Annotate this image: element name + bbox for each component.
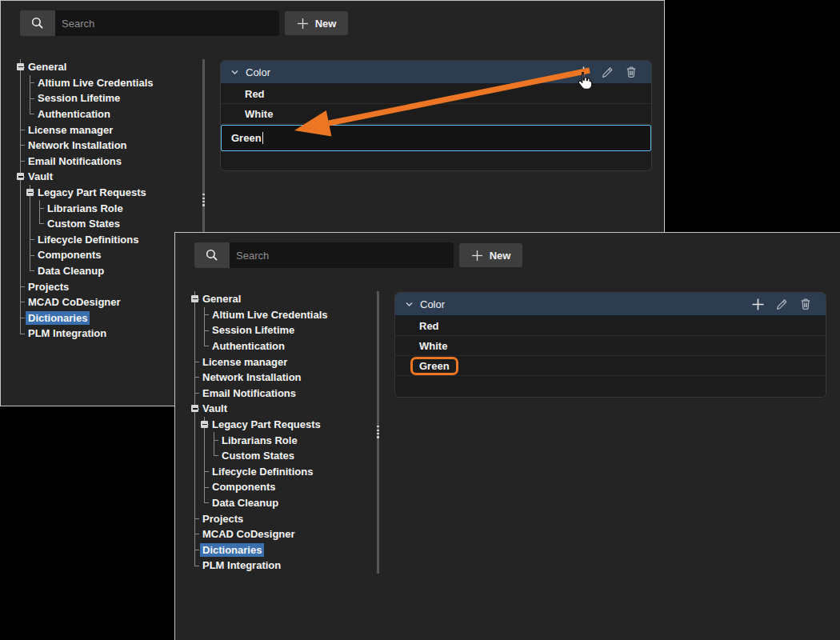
tree-guide bbox=[190, 386, 199, 402]
plus-icon bbox=[577, 66, 590, 79]
delete-entry-button[interactable] bbox=[619, 66, 643, 78]
tree-item-network-installation[interactable]: Network Installation bbox=[15, 138, 201, 154]
tree-item-projects[interactable]: Projects bbox=[15, 278, 201, 294]
collapse-expander-icon[interactable] bbox=[191, 405, 198, 412]
tree-item-lifecycle-definitions[interactable]: Lifecycle Definitions bbox=[190, 464, 375, 480]
search-input[interactable] bbox=[55, 10, 279, 36]
tree-item-plm-integration[interactable]: PLM Integration bbox=[190, 558, 375, 574]
tree-item-network-installation[interactable]: Network Installation bbox=[190, 370, 375, 386]
tree-item-data-cleanup[interactable]: Data Cleanup bbox=[190, 495, 375, 511]
tree-guide bbox=[15, 200, 25, 216]
tree-guide bbox=[15, 106, 25, 122]
search-icon bbox=[30, 16, 45, 30]
tree-item-general[interactable]: General bbox=[190, 291, 375, 307]
tree-guide bbox=[25, 106, 34, 122]
entry-label: White bbox=[245, 108, 273, 120]
tree-item-label: Dictionaries bbox=[200, 543, 264, 557]
add-entry-button[interactable] bbox=[746, 298, 770, 311]
tree-guide bbox=[199, 307, 209, 323]
dictionary-entry-row[interactable]: White bbox=[221, 104, 651, 124]
search-button[interactable] bbox=[194, 242, 230, 268]
tree-item-dictionaries[interactable]: Dictionaries bbox=[190, 542, 375, 558]
collapse-expander-icon[interactable] bbox=[17, 173, 24, 180]
tree-item-data-cleanup[interactable]: Data Cleanup bbox=[15, 263, 201, 279]
new-entry-input[interactable]: Green bbox=[221, 125, 651, 151]
new-entry-value: Green bbox=[231, 132, 262, 144]
tree-item-session-lifetime[interactable]: Session Lifetime bbox=[15, 90, 201, 106]
plus-icon bbox=[297, 18, 309, 30]
search-button[interactable] bbox=[20, 10, 55, 36]
collapse-expander-icon[interactable] bbox=[191, 295, 198, 302]
tree-guide bbox=[15, 122, 25, 138]
add-entry-button[interactable] bbox=[571, 66, 595, 79]
edit-entry-button[interactable] bbox=[770, 298, 794, 310]
edit-entry-button[interactable] bbox=[595, 66, 619, 78]
dictionary-entry-row[interactable]: Red bbox=[221, 84, 651, 104]
tree-item-mcad-codesigner[interactable]: MCAD CoDesigner bbox=[190, 526, 375, 542]
tree-guide bbox=[190, 291, 199, 307]
tree-panel-splitter[interactable] bbox=[377, 291, 379, 574]
tree-item-label: License manager bbox=[202, 356, 287, 368]
tree-item-custom-states[interactable]: Custom States bbox=[15, 216, 201, 232]
tree-guide bbox=[190, 322, 199, 338]
tree-guide bbox=[190, 558, 199, 574]
tree-item-dictionaries[interactable]: Dictionaries bbox=[15, 310, 201, 326]
tree-item-legacy-part-requests[interactable]: Legacy Part Requests bbox=[190, 417, 375, 433]
tree-guide bbox=[190, 401, 199, 417]
new-button[interactable]: New bbox=[459, 243, 522, 267]
tree-item-projects[interactable]: Projects bbox=[190, 510, 375, 526]
tree-guide bbox=[15, 90, 25, 106]
search-bar bbox=[20, 10, 279, 36]
tree-item-label: Altium Live Credentials bbox=[212, 309, 327, 321]
splitter-grip-icon bbox=[202, 194, 205, 208]
collapse-expander-icon[interactable] bbox=[17, 63, 24, 70]
tree-item-email-notifications[interactable]: Email Notifications bbox=[190, 386, 375, 402]
tree-item-librarians-role[interactable]: Librarians Role bbox=[15, 200, 201, 216]
new-button[interactable]: New bbox=[285, 11, 348, 35]
tree-item-label: Session Lifetime bbox=[212, 324, 294, 336]
tree-item-general[interactable]: General bbox=[15, 59, 201, 75]
tree-item-vault[interactable]: Vault bbox=[190, 401, 375, 417]
collapse-expander-icon[interactable] bbox=[201, 421, 208, 428]
tree-item-label: Network Installation bbox=[28, 139, 127, 151]
admin-window-front: New GeneralAltium Live CredentialsSessio… bbox=[174, 232, 840, 640]
entry-label: Red bbox=[245, 88, 265, 100]
tree-item-mcad-codesigner[interactable]: MCAD CoDesigner bbox=[15, 294, 201, 310]
dictionary-entry-row[interactable]: Red bbox=[395, 316, 826, 336]
tree-guide bbox=[25, 216, 34, 232]
tree-guide bbox=[190, 417, 199, 433]
tree-item-authentication[interactable]: Authentication bbox=[15, 106, 201, 122]
tree-item-librarians-role[interactable]: Librarians Role bbox=[190, 432, 375, 448]
dictionary-entry-row[interactable]: White bbox=[395, 336, 826, 356]
tree-item-components[interactable]: Components bbox=[15, 247, 201, 263]
tree-item-altium-live-credentials[interactable]: Altium Live Credentials bbox=[15, 75, 201, 91]
dictionary-panel-header[interactable]: Color bbox=[221, 61, 651, 84]
tree-item-label: Librarians Role bbox=[222, 434, 298, 446]
delete-entry-button[interactable] bbox=[794, 298, 818, 310]
tree-item-lifecycle-definitions[interactable]: Lifecycle Definitions bbox=[15, 232, 201, 248]
tree-item-label: PLM Integration bbox=[202, 559, 281, 571]
chevron-down-icon[interactable] bbox=[231, 70, 238, 75]
tree-item-components[interactable]: Components bbox=[190, 479, 375, 495]
tree-item-vault[interactable]: Vault bbox=[15, 169, 201, 185]
collapse-expander-icon[interactable] bbox=[26, 189, 34, 196]
tree-guide bbox=[15, 154, 25, 170]
dictionary-panel-header[interactable]: Color bbox=[395, 293, 826, 316]
tree-item-legacy-part-requests[interactable]: Legacy Part Requests bbox=[15, 185, 201, 201]
tree-guide bbox=[15, 216, 25, 232]
search-input[interactable] bbox=[230, 242, 454, 268]
tree-item-custom-states[interactable]: Custom States bbox=[190, 448, 375, 464]
tree-item-altium-live-credentials[interactable]: Altium Live Credentials bbox=[190, 307, 375, 323]
tree-item-license-manager[interactable]: License manager bbox=[15, 122, 201, 138]
tree-item-session-lifetime[interactable]: Session Lifetime bbox=[190, 322, 375, 338]
dictionary-entries: RedWhiteGreen bbox=[395, 316, 826, 397]
tree-item-email-notifications[interactable]: Email Notifications bbox=[15, 154, 201, 170]
chevron-down-icon[interactable] bbox=[406, 302, 413, 307]
tree-item-authentication[interactable]: Authentication bbox=[190, 338, 375, 354]
dictionary-entry-row[interactable]: Green bbox=[395, 356, 826, 376]
tree-guide bbox=[209, 432, 218, 448]
tree-item-license-manager[interactable]: License manager bbox=[190, 354, 375, 370]
tree-item-plm-integration[interactable]: PLM Integration bbox=[15, 326, 201, 342]
tree-guide bbox=[190, 542, 199, 558]
tree-guide bbox=[199, 448, 209, 464]
